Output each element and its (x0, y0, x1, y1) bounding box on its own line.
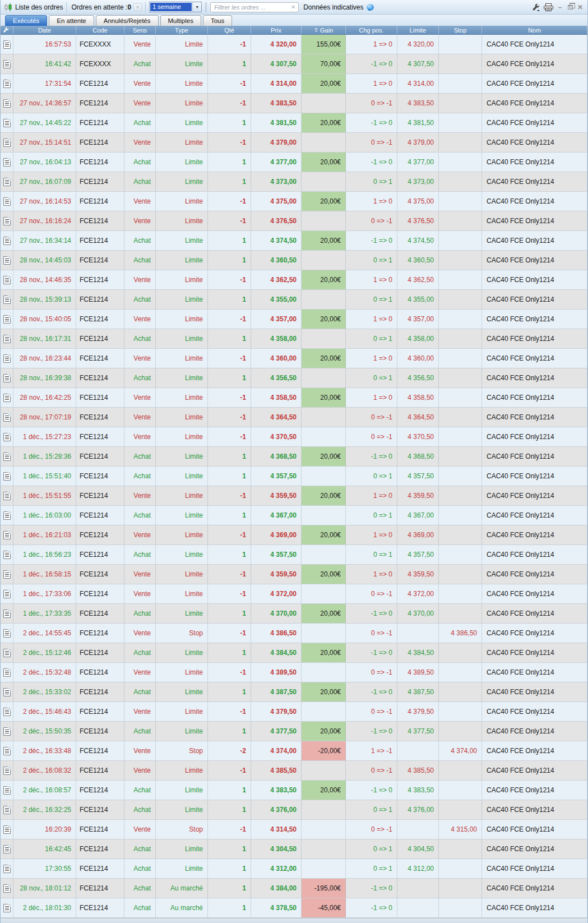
order-row[interactable]: 2 déc., 14:55:45FCE1214VenteStop-14 386,… (1, 624, 587, 643)
order-document-icon[interactable] (3, 80, 11, 88)
printer-icon[interactable] (544, 3, 553, 11)
order-row[interactable]: 1 déc., 16:56:23FCE1214AchatLimite14 357… (1, 545, 587, 565)
order-row[interactable]: 28 nov., 17:07:19FCE1214VenteLimite-14 3… (1, 408, 587, 427)
order-row[interactable]: 27 nov., 14:45:22FCE1214AchatLimite14 38… (1, 113, 587, 133)
order-document-icon[interactable] (3, 629, 11, 638)
order-row[interactable]: 16:20:39FCE1214VenteStop-14 314,500 => -… (1, 820, 587, 839)
order-row[interactable]: 16:42:45FCE1214AchatLimite14 304,500 => … (1, 839, 587, 859)
order-row[interactable]: 28 nov., 18:01:12FCE1214AchatAu marché14… (1, 879, 587, 898)
order-document-icon[interactable] (3, 511, 11, 520)
tab-annules-rejetes[interactable]: Annulés/Rejetés (96, 15, 159, 26)
order-document-icon[interactable] (3, 178, 11, 186)
col-header-stop[interactable]: Stop (439, 26, 482, 34)
order-row[interactable]: 1 déc., 16:21:03FCE1214VenteLimite-14 36… (1, 525, 587, 545)
order-row[interactable]: 1 déc., 15:51:40FCE1214AchatLimite14 357… (1, 467, 587, 486)
order-document-icon[interactable] (3, 904, 11, 912)
order-row[interactable]: 27 nov., 16:34:14FCE1214AchatLimite14 37… (1, 231, 587, 251)
order-row[interactable]: 2 déc., 16:33:48FCE1214VenteStop-24 374,… (1, 741, 587, 761)
order-row[interactable]: 27 nov., 16:16:24FCE1214VenteLimite-14 3… (1, 211, 587, 231)
order-document-icon[interactable] (3, 806, 11, 814)
order-row[interactable]: 16:41:42FCEXXXXAchatLimite14 307,5070,00… (1, 54, 587, 74)
order-row[interactable]: 1 déc., 15:27:23FCE1214VenteLimite-14 37… (1, 427, 587, 447)
order-document-icon[interactable] (3, 374, 11, 382)
order-row[interactable]: 1 déc., 17:33:06FCE1214VenteLimite-14 37… (1, 584, 587, 604)
order-document-icon[interactable] (3, 315, 11, 324)
col-header-nom[interactable]: Nom (482, 26, 587, 34)
order-document-icon[interactable] (3, 610, 11, 618)
order-document-icon[interactable] (3, 60, 11, 68)
order-document-icon[interactable] (3, 825, 11, 834)
period-select[interactable]: 1 semaine ▼ (149, 2, 202, 12)
restore-icon[interactable] (566, 3, 574, 11)
order-document-icon[interactable] (3, 570, 11, 579)
wrench-dropdown-icon[interactable] (532, 3, 540, 11)
order-row[interactable]: 2 déc., 15:32:48FCE1214VenteLimite-14 38… (1, 663, 587, 682)
order-row[interactable]: 27 nov., 16:04:13FCE1214AchatLimite14 37… (1, 153, 587, 172)
order-row[interactable]: 2 déc., 15:12:46FCE1214AchatLimite14 384… (1, 643, 587, 663)
order-document-icon[interactable] (3, 40, 11, 49)
col-header-date[interactable]: Date (13, 26, 76, 34)
order-row[interactable]: 2 déc., 16:32:25FCE1214AchatLimite14 376… (1, 800, 587, 820)
order-document-icon[interactable] (3, 492, 11, 500)
order-row[interactable]: 28 nov., 14:46:35FCE1214VenteLimite-14 3… (1, 270, 587, 290)
order-row[interactable]: 2 déc., 15:46:43FCE1214VenteLimite-14 37… (1, 702, 587, 722)
close-icon[interactable]: ✕ (576, 3, 584, 11)
column-settings-icon[interactable] (1, 26, 13, 34)
order-row[interactable]: 28 nov., 16:23:44FCE1214VenteLimite-14 3… (1, 349, 587, 368)
order-document-icon[interactable] (3, 767, 11, 775)
col-header-limite[interactable]: Limite (397, 26, 439, 34)
order-document-icon[interactable] (3, 688, 11, 696)
order-document-icon[interactable] (3, 551, 11, 559)
order-row[interactable]: 28 nov., 16:17:31FCE1214AchatLimite14 35… (1, 329, 587, 349)
col-header-type[interactable]: Type (156, 26, 208, 34)
order-row[interactable]: 1 déc., 16:03:00FCE1214AchatLimite14 367… (1, 506, 587, 525)
order-row[interactable]: 1 déc., 17:33:35FCE1214AchatLimite14 370… (1, 604, 587, 624)
order-row[interactable]: 27 nov., 16:07:09FCE1214AchatLimite14 37… (1, 172, 587, 192)
order-document-icon[interactable] (3, 413, 11, 422)
order-row[interactable]: 16:57:53FCEXXXXVenteLimite-14 320,00155,… (1, 35, 587, 54)
order-document-icon[interactable] (3, 786, 11, 795)
order-document-icon[interactable] (3, 139, 11, 147)
order-document-icon[interactable] (3, 354, 11, 363)
order-row[interactable]: 2 déc., 16:08:57FCE1214AchatLimite14 383… (1, 781, 587, 800)
order-document-icon[interactable] (3, 335, 11, 343)
order-row[interactable]: 28 nov., 15:40:05FCE1214VenteLimite-14 3… (1, 310, 587, 329)
order-document-icon[interactable] (3, 237, 11, 245)
order-document-icon[interactable] (3, 256, 11, 265)
order-document-icon[interactable] (3, 119, 11, 127)
order-row[interactable]: 28 nov., 16:39:38FCE1214AchatLimite14 35… (1, 368, 587, 388)
order-row[interactable]: 2 déc., 18:01:30FCE1214AchatAu marché14 … (1, 898, 587, 918)
order-document-icon[interactable] (3, 708, 11, 716)
order-document-icon[interactable] (3, 884, 11, 893)
order-row[interactable]: 2 déc., 15:50:35FCE1214AchatLimite14 377… (1, 722, 587, 741)
order-document-icon[interactable] (3, 197, 11, 206)
order-document-icon[interactable] (3, 158, 11, 167)
order-row[interactable]: 28 nov., 16:42:25FCE1214VenteLimite-14 3… (1, 388, 587, 408)
order-document-icon[interactable] (3, 394, 11, 402)
tab-en-attente[interactable]: En attente (49, 15, 94, 26)
tab-tous[interactable]: Tous (203, 15, 232, 26)
col-header-gain[interactable]: ⇧ Gain (302, 26, 346, 34)
order-document-icon[interactable] (3, 747, 11, 755)
order-row[interactable]: 27 nov., 16:14:53FCE1214VenteLimite-14 3… (1, 192, 587, 211)
order-row[interactable]: 17:31:54FCE1214VenteLimite-14 314,0020,0… (1, 74, 587, 94)
order-document-icon[interactable] (3, 472, 11, 481)
order-row[interactable]: 1 déc., 15:51:55FCE1214VenteLimite-14 35… (1, 486, 587, 506)
order-row[interactable]: 1 déc., 15:28:36FCE1214AchatLimite14 368… (1, 447, 587, 467)
order-document-icon[interactable] (3, 453, 11, 461)
order-row[interactable]: 27 nov., 15:14:51FCE1214VenteLimite-14 3… (1, 133, 587, 153)
clear-filter-icon[interactable]: ✕ (290, 4, 297, 11)
order-document-icon[interactable] (3, 296, 11, 304)
col-header-code[interactable]: Code (76, 26, 124, 34)
col-header-prix[interactable]: Prix (251, 26, 302, 34)
order-document-icon[interactable] (3, 845, 11, 853)
order-row[interactable]: 27 nov., 14:36:57FCE1214VenteLimite-14 3… (1, 94, 587, 113)
chevron-down-icon[interactable]: ▼ (192, 2, 201, 12)
order-document-icon[interactable] (3, 865, 11, 873)
order-row[interactable]: 17:30:55FCE1214AchatLimite14 312,000 => … (1, 859, 587, 879)
order-document-icon[interactable] (3, 433, 11, 441)
col-header-sens[interactable]: Sens (124, 26, 156, 34)
minimize-icon[interactable]: – (556, 3, 564, 11)
order-row[interactable]: 1 déc., 16:58:15FCE1214VenteLimite-14 35… (1, 565, 587, 584)
col-header-qte[interactable]: Qté (208, 26, 251, 34)
